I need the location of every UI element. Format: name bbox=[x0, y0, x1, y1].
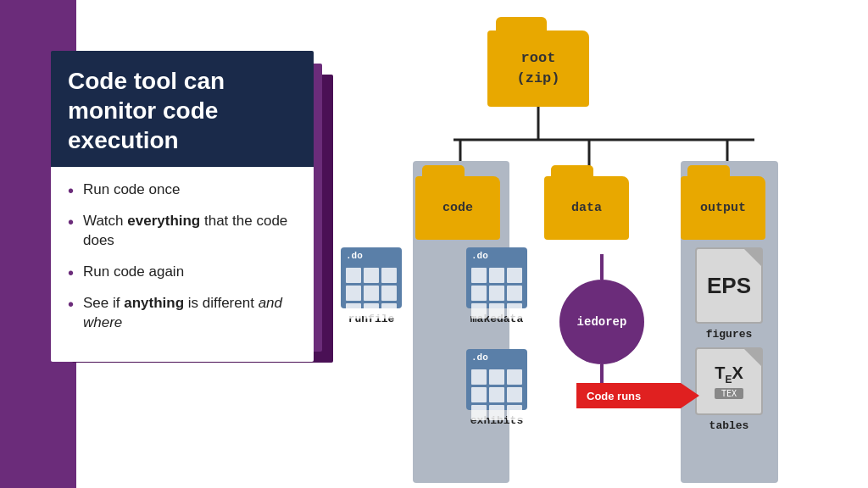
code-folder: code bbox=[415, 165, 500, 240]
figures-label: figures bbox=[706, 328, 753, 341]
root-folder: root(zip) bbox=[487, 17, 589, 107]
tex-text: TEX bbox=[715, 364, 743, 385]
bullet-2: Watch everything that the code does bbox=[68, 212, 297, 251]
exhibits-dot-label: .do bbox=[471, 352, 488, 363]
panel-title: Code tool can monitor code execution bbox=[51, 51, 314, 167]
tree-lines-svg bbox=[322, 8, 865, 480]
makedata-dot-label: .do bbox=[471, 251, 488, 261]
iedorep-icon: iedorep bbox=[559, 254, 644, 402]
code-folder-icon: code bbox=[415, 165, 500, 240]
tex-sub-label: TEX bbox=[715, 388, 743, 399]
output-folder-icon: output bbox=[681, 165, 765, 240]
root-folder-icon: root(zip) bbox=[487, 17, 589, 107]
data-folder-label: data bbox=[571, 201, 602, 215]
eps-icon-body: EPS bbox=[695, 247, 763, 324]
bullet-1-text: Run code once bbox=[83, 181, 180, 197]
root-folder-label: root(zip) bbox=[516, 48, 559, 89]
tables-label: tables bbox=[709, 419, 749, 432]
tables-icon: TEX TEX tables bbox=[695, 347, 763, 432]
eps-text: EPS bbox=[707, 273, 751, 299]
output-folder: output bbox=[681, 165, 765, 240]
makedata-icon: .do makedata bbox=[466, 247, 527, 325]
data-folder: data bbox=[544, 165, 629, 240]
diagram-area: root(zip) code data output bbox=[322, 8, 865, 480]
bullet-2-text: Watch everything that the code does bbox=[83, 213, 287, 248]
figures-icon: EPS figures bbox=[695, 247, 763, 341]
output-folder-label: output bbox=[700, 201, 746, 215]
bullet-4-text: See if anything is different and where bbox=[83, 295, 282, 330]
runfile-dot-label: .do bbox=[346, 251, 363, 261]
code-runs-label: Code runs bbox=[587, 390, 641, 402]
iedorep-label: iedorep bbox=[577, 315, 627, 329]
panel-body: Run code once Watch everything that the … bbox=[51, 167, 314, 362]
tex-icon-body: TEX TEX bbox=[695, 347, 763, 415]
bullet-3: Run code again bbox=[68, 263, 297, 282]
code-runs-arrow: Code runs bbox=[576, 383, 699, 408]
exhibits-icon: .do exhibits bbox=[466, 349, 527, 427]
data-folder-icon: data bbox=[544, 165, 629, 240]
iedorep-circle: iedorep bbox=[559, 280, 644, 364]
bullet-list: Run code once Watch everything that the … bbox=[68, 180, 297, 333]
bullet-4: See if anything is different and where bbox=[68, 294, 297, 333]
left-panel: Code tool can monitor code execution Run… bbox=[51, 51, 314, 362]
bullet-3-text: Run code again bbox=[83, 263, 184, 280]
code-folder-label: code bbox=[442, 201, 473, 215]
runfile-icon: .do runfile bbox=[341, 247, 402, 325]
bullet-1: Run code once bbox=[68, 180, 297, 200]
